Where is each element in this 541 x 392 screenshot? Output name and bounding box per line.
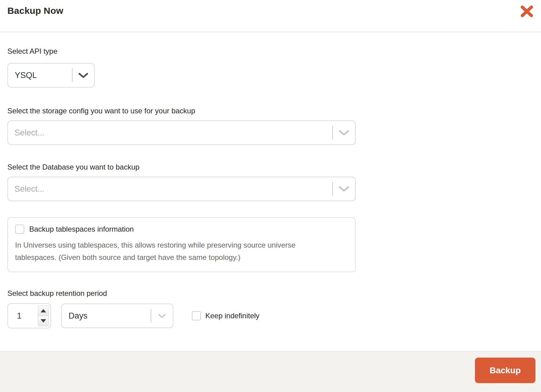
database-select[interactable]: Select...	[7, 177, 356, 201]
database-placeholder: Select...	[8, 184, 332, 194]
retention-unit-select[interactable]: Days	[61, 304, 173, 328]
modal-body: Select API type YSQL Select the storage …	[0, 46, 541, 328]
api-type-label: Select API type	[7, 46, 534, 56]
tablespaces-checkbox[interactable]	[15, 225, 24, 234]
retention-label: Select backup retention period	[7, 288, 534, 298]
number-spinner	[38, 305, 49, 326]
retention-unit-value: Days	[62, 311, 151, 321]
modal-title: Backup Now	[7, 5, 63, 16]
retention-value-input[interactable]: 1	[7, 303, 51, 328]
modal-footer: Backup	[0, 351, 541, 392]
retention-row: 1 Days	[7, 303, 534, 328]
close-button[interactable]	[519, 5, 534, 18]
keep-indefinitely-checkbox[interactable]	[192, 311, 201, 320]
backup-button[interactable]: Backup	[475, 358, 535, 383]
arrow-down-icon	[41, 319, 46, 323]
tablespaces-checkbox-row: Backup tablespaces information	[15, 225, 348, 234]
spinner-up-button[interactable]	[38, 306, 49, 316]
chevron-down-icon	[151, 314, 173, 318]
chevron-down-icon	[333, 130, 355, 135]
storage-config-select[interactable]: Select...	[7, 120, 356, 145]
arrow-up-icon	[41, 309, 46, 312]
spinner-down-button[interactable]	[38, 316, 49, 326]
tablespaces-description: In Universes using tablespaces, this all…	[15, 239, 326, 264]
backup-now-modal: Backup Now Select API type YSQL Select t…	[0, 0, 541, 392]
storage-config-label: Select the storage config you want to us…	[7, 106, 534, 116]
api-type-value: YSQL	[8, 71, 72, 80]
database-label: Select the Database you want to backup	[7, 162, 534, 172]
tablespaces-panel: Backup tablespaces information In Univer…	[7, 217, 356, 272]
keep-indefinitely-label: Keep indefinitely	[205, 312, 259, 320]
modal-header: Backup Now	[0, 0, 541, 32]
tablespaces-checkbox-label: Backup tablespaces information	[29, 225, 134, 233]
close-icon	[520, 6, 533, 17]
chevron-down-icon	[333, 186, 355, 192]
chevron-down-icon	[73, 73, 94, 78]
storage-config-placeholder: Select...	[8, 128, 332, 138]
api-type-select[interactable]: YSQL	[7, 63, 95, 88]
keep-indefinitely-row: Keep indefinitely	[192, 311, 259, 320]
